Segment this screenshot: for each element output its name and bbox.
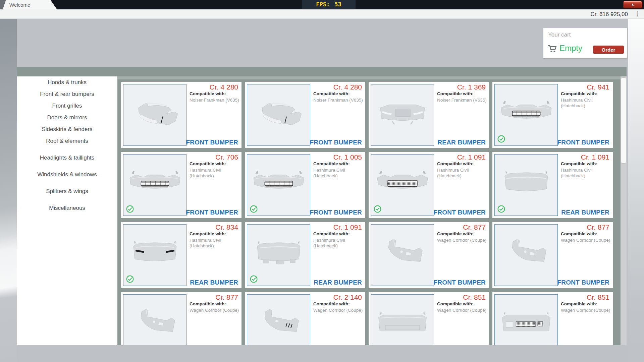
part-type-label: REAR BUMPER [437,139,486,146]
part-bumper-image [497,300,556,345]
part-card[interactable]: Cr. 877 Compatible with: Wagen Corridor … [492,222,613,288]
part-card[interactable]: Cr. 851 Compatible with: Wagen Corridor … [369,292,489,345]
compatible-model: Hashimura Civil (Hatchback) [437,167,487,179]
overflow-menu-icon[interactable]: ⋮ [634,9,640,19]
scrollbar-thumb[interactable] [621,77,626,164]
part-card[interactable]: Cr. 706 Compatible with: Hashimura Civil… [121,152,241,218]
compatible-with-label: Compatible with: [561,91,610,96]
part-card[interactable]: Cr. 877 Compatible with: Wagen Corridor … [369,222,489,288]
sidebar-category-item[interactable]: Front grilles [17,100,117,112]
compatible-model: Wagen Corridor (Coupe) [561,237,611,243]
part-image-box [123,84,186,146]
part-bumper-image [497,230,556,280]
fps-counter: FPS: 53 [302,0,356,9]
cart-title: Your cart [548,32,571,38]
sidebar-category-item[interactable]: Splitters & wings [17,185,117,197]
part-price: Cr. 851 [587,293,609,301]
close-button[interactable]: x [623,1,642,8]
part-image-box [247,224,310,286]
part-bumper-image [373,160,432,210]
compatible-with-label: Compatible with: [561,301,610,306]
close-icon: x [631,2,634,7]
sidebar-category-item[interactable]: Front & rear bumpers [17,88,117,100]
part-card[interactable]: Cr. 1 091 Compatible with: Hashimura Civ… [245,222,365,288]
sidebar-category-item[interactable]: Doors & mirrors [17,112,117,123]
part-image-box [371,224,434,286]
part-card[interactable]: Cr. 877 Compatible with: Wagen Corridor … [121,292,241,345]
sidebar-category-item[interactable]: Miscellaneous [17,202,117,214]
part-image-box [371,84,434,146]
part-type-label: REAR BUMPER [561,209,609,216]
part-card[interactable]: Cr. 1 005 Compatible with: Hashimura Civ… [245,152,365,218]
order-button-label: Order [602,47,615,53]
part-bumper-image [249,90,308,140]
part-card[interactable]: Cr. 1 091 Compatible with: Hashimura Civ… [369,152,489,218]
compatible-model: Wagen Corridor (Coupe) [190,307,240,313]
part-bumper-image [373,230,432,280]
compatible-model: Wagen Corridor (Coupe) [437,237,487,243]
part-card[interactable]: Cr. 4 280 Compatible with: Noiser Frankm… [245,82,365,148]
sidebar-category-item[interactable]: Sideskirts & fenders [17,123,117,135]
tab-welcome[interactable]: Welcome [3,0,57,9]
sidebar-category-item[interactable]: Roof & elements [17,135,117,147]
compatible-model: Noiser Frankman (V635) [437,97,487,103]
part-card[interactable]: Cr. 851 Compatible with: Wagen Corridor … [492,292,613,345]
part-type-label: FRONT BUMPER [186,139,238,146]
tab-welcome-label: Welcome [9,2,30,8]
backdrop-right-strip [628,19,644,362]
cart-status: Empty [559,44,582,53]
sidebar-category-item[interactable]: Hoods & trunks [17,76,117,88]
credit-balance: Cr. 616 925,00 [590,9,628,19]
part-card[interactable]: Cr. 1 369 Compatible with: Noiser Frankm… [369,82,489,148]
owned-check-icon [126,205,134,213]
part-price: Cr. 877 [463,223,486,231]
part-image-box [247,294,310,345]
order-button[interactable]: Order [593,46,624,54]
part-price: Cr. 706 [215,153,238,161]
part-type-label: FRONT BUMPER [557,279,609,286]
compatible-with-label: Compatible with: [190,91,239,96]
part-type-label: FRONT BUMPER [434,209,486,216]
part-card[interactable]: Cr. 4 280 Compatible with: Noiser Frankm… [121,82,241,148]
part-price: Cr. 1 005 [333,153,362,161]
scrollbar-track[interactable] [621,76,627,345]
compatible-model: Hashimura Civil (Hatchback) [190,167,240,179]
fps-value: 53 [334,1,341,8]
part-price: Cr. 4 280 [210,83,238,91]
compatible-with-label: Compatible with: [437,231,487,236]
backdrop-left-strip [0,19,17,362]
part-price: Cr. 941 [587,83,609,91]
part-price: Cr. 2 140 [333,293,362,301]
part-image-box [247,154,310,216]
owned-check-icon [497,205,505,213]
compatible-model: Noiser Frankman (V635) [313,97,364,103]
owned-check-icon [374,205,381,213]
sidebar-category-item[interactable]: Headlights & taillights [17,152,117,164]
part-card[interactable]: Cr. 1 091 Compatible with: Hashimura Civ… [492,152,613,218]
compatible-with-label: Compatible with: [190,231,239,236]
part-type-label: FRONT BUMPER [186,209,238,216]
owned-check-icon [497,135,505,143]
part-image-box [494,224,558,286]
compatible-with-label: Compatible with: [561,161,610,166]
part-image-box [247,84,310,146]
part-card[interactable]: Cr. 834 Compatible with: Hashimura Civil… [121,222,241,288]
compatible-model: Wagen Corridor (Coupe) [437,307,487,313]
owned-check-icon [126,275,134,283]
part-card[interactable]: Cr. 941 Compatible with: Hashimura Civil… [492,82,613,148]
compatible-with-label: Compatible with: [561,231,610,236]
part-price: Cr. 1 091 [457,153,486,161]
sidebar-category-item[interactable]: Windshields & windows [17,169,117,180]
compatible-model: Hashimura Civil (Hatchback) [313,237,364,249]
part-card[interactable]: Cr. 2 140 Compatible with: Wagen Corrido… [245,292,365,345]
part-bumper-image [373,90,432,140]
cart-panel: Your cart Empty Order [543,28,627,58]
part-bumper-image [497,90,556,140]
compatible-with-label: Compatible with: [437,161,487,166]
part-image-box [371,294,434,345]
part-price: Cr. 4 280 [333,83,362,91]
part-image-box [371,154,434,216]
parts-grid: Cr. 4 280 Compatible with: Noiser Frankm… [117,76,621,345]
compatible-with-label: Compatible with: [313,91,363,96]
part-price: Cr. 851 [463,293,486,301]
